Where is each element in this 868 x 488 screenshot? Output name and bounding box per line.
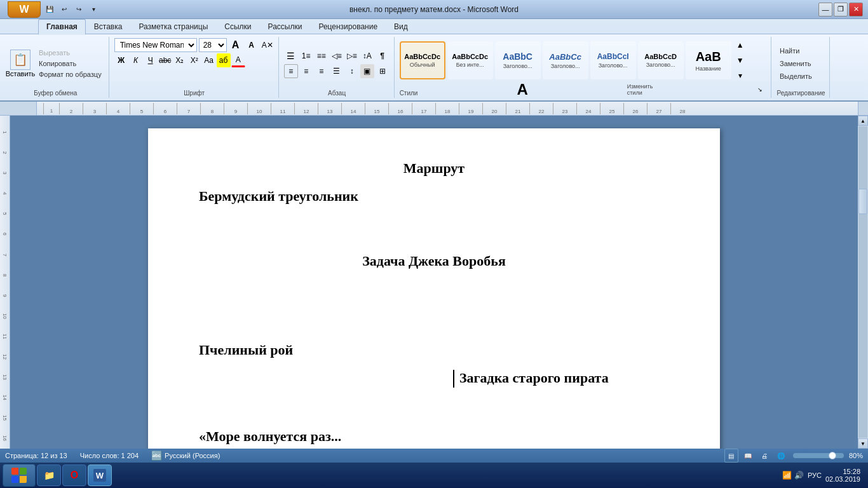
tab-home[interactable]: Главная [38, 19, 86, 35]
styles-group: AaBbCcDc Обычный AaBbCcDc Без инте... Aa… [396, 37, 771, 98]
style-title-button[interactable]: AaB Название [686, 41, 731, 79]
grow-font-button[interactable]: A [229, 38, 243, 52]
italic-button[interactable]: К [129, 53, 143, 67]
v-ruler-6: 6 [2, 224, 8, 245]
office-button[interactable]: W [8, 1, 41, 18]
zoom-thumb[interactable] [829, 452, 836, 459]
font-name-select[interactable]: Times New Roman [114, 38, 197, 52]
start-button[interactable] [3, 464, 36, 487]
status-bar: Страница: 12 из 13 Число слов: 1 204 🔤 Р… [0, 449, 868, 463]
style-no-spacing-button[interactable]: AaBbCcDc Без инте... [447, 41, 493, 79]
paste-button[interactable]: 📋 Вставить [6, 48, 34, 79]
copy-button[interactable]: Копировать [36, 58, 105, 69]
undo-button[interactable]: ↩ [58, 4, 71, 15]
select-button[interactable]: Выделить [776, 71, 815, 81]
style-h4-button[interactable]: AaBbCcD Заголово... [638, 41, 684, 79]
reading-view-button[interactable]: 📖 [741, 449, 755, 463]
scroll-down-button[interactable]: ▼ [858, 438, 868, 449]
change-styles-button[interactable]: A [515, 83, 529, 97]
shrink-font-button[interactable]: A [245, 38, 259, 52]
font-group-label: Шрифт [114, 88, 275, 97]
border-button[interactable]: ⊞ [376, 64, 390, 78]
shading-button[interactable]: ▣ [360, 64, 374, 78]
align-right-button[interactable]: ≡ [315, 64, 329, 78]
clipboard-group-label: Буфер обмена [6, 88, 105, 97]
show-hide-button[interactable]: ¶ [376, 49, 390, 63]
highlight-button[interactable]: аб [217, 53, 231, 67]
find-button[interactable]: Найти [776, 46, 815, 56]
scroll-track[interactable] [858, 126, 867, 438]
style-h1-button[interactable]: AaBbC Заголово... [495, 41, 541, 79]
align-center-button[interactable]: ≡ [299, 64, 313, 78]
change-case-button[interactable]: Aa [202, 53, 216, 67]
underline-button[interactable]: Ч [144, 53, 158, 67]
tab-layout[interactable]: Разметка страницы [130, 19, 216, 34]
zoom-slider[interactable] [793, 453, 844, 458]
print-view-button[interactable]: 🖨 [757, 449, 771, 463]
tab-insert[interactable]: Вставка [86, 19, 131, 34]
style-h3-button[interactable]: AaBbCcI Заголово... [590, 41, 636, 79]
replace-button[interactable]: Заменить [776, 58, 815, 69]
tab-refs[interactable]: Ссылки [216, 19, 259, 34]
web-view-button[interactable]: 🌐 [774, 449, 788, 463]
increase-indent-button[interactable]: ▷≡ [345, 49, 359, 63]
styles-more-button[interactable]: ▾ [733, 69, 747, 83]
minimize-button[interactable]: — [818, 3, 832, 17]
style-h1-label: Заголово... [503, 63, 532, 69]
decrease-indent-button[interactable]: ◁≡ [330, 49, 344, 63]
qat-more-button[interactable]: ▾ [87, 4, 100, 15]
format-painter-button[interactable]: Формат по образцу [36, 69, 105, 79]
ruler-mark: 22 [529, 103, 553, 114]
style-normal-label: Обычный [410, 62, 435, 68]
styles-group-launcher[interactable]: ↘ [753, 83, 767, 97]
win-logo-tl [11, 468, 18, 475]
ruler-mark: 5 [130, 103, 153, 114]
ruler-mark: 20 [482, 103, 506, 114]
align-left-button[interactable]: ≡ [284, 64, 298, 78]
restore-button[interactable]: ❐ [834, 3, 848, 17]
clear-format-button[interactable]: A✕ [261, 38, 275, 52]
font-color-button[interactable]: A [231, 53, 245, 67]
styles-down-button[interactable]: ▼ [733, 53, 747, 67]
styles-up-button[interactable]: ▲ [733, 38, 747, 52]
style-title-preview: AaB [696, 50, 721, 64]
title-bar-left: W 💾 ↩ ↪ ▾ [5, 1, 100, 18]
justify-button[interactable]: ☰ [330, 64, 344, 78]
word-count: Число слов: 1 204 [80, 452, 139, 459]
normal-view-button[interactable]: ▤ [724, 449, 738, 463]
tab-view[interactable]: Вид [386, 19, 416, 34]
document-page[interactable]: Маршрут Бермудский треугольник Задача Дж… [148, 128, 720, 449]
document-container[interactable]: Маршрут Бермудский треугольник Задача Дж… [10, 116, 858, 449]
ruler-mark: 6 [153, 103, 177, 114]
save-button[interactable]: 💾 [43, 4, 56, 15]
bullets-button[interactable]: ☰ [284, 49, 298, 63]
font-size-select[interactable]: 28 [199, 38, 227, 52]
scroll-up-button[interactable]: ▲ [858, 116, 868, 126]
multilevel-button[interactable]: ≡≡ [315, 49, 329, 63]
sort-button[interactable]: ↕A [360, 49, 374, 63]
strikethrough-button[interactable]: abc [158, 53, 172, 67]
list-buttons: ☰ 1≡ ≡≡ ◁≡ ▷≡ ↕A ¶ [284, 49, 390, 63]
taskbar-explorer[interactable]: 📁 [37, 464, 61, 486]
cut-button[interactable]: Вырезать [36, 48, 105, 58]
v-ruler-5: 5 [2, 204, 8, 224]
bold-button[interactable]: Ж [114, 53, 128, 67]
win-logo-bl [11, 476, 18, 483]
clipboard-small-buttons: Вырезать Копировать Формат по образцу [36, 48, 105, 79]
vertical-scrollbar[interactable]: ▲ ▼ [858, 116, 868, 449]
line-spacing-button[interactable]: ↕ [345, 64, 359, 78]
superscript-button[interactable]: X² [187, 53, 201, 67]
scroll-thumb[interactable] [858, 189, 867, 214]
numbering-button[interactable]: 1≡ [299, 49, 313, 63]
ruler-mark: 3 [83, 103, 106, 114]
close-button[interactable]: ✕ [849, 3, 863, 17]
style-normal-button[interactable]: AaBbCcDc Обычный [400, 41, 445, 79]
taskbar-opera[interactable]: O [62, 464, 86, 486]
clipboard-group-content: 📋 Вставить Вырезать Копировать Формат по… [6, 38, 105, 88]
tab-mailings[interactable]: Рассылки [260, 19, 311, 34]
tab-review[interactable]: Рецензирование [310, 19, 386, 34]
taskbar-word[interactable]: W [88, 464, 112, 486]
redo-button[interactable]: ↪ [72, 4, 85, 15]
style-h2-button[interactable]: AaBbCc Заголово... [543, 41, 588, 79]
subscript-button[interactable]: X₂ [173, 53, 187, 67]
